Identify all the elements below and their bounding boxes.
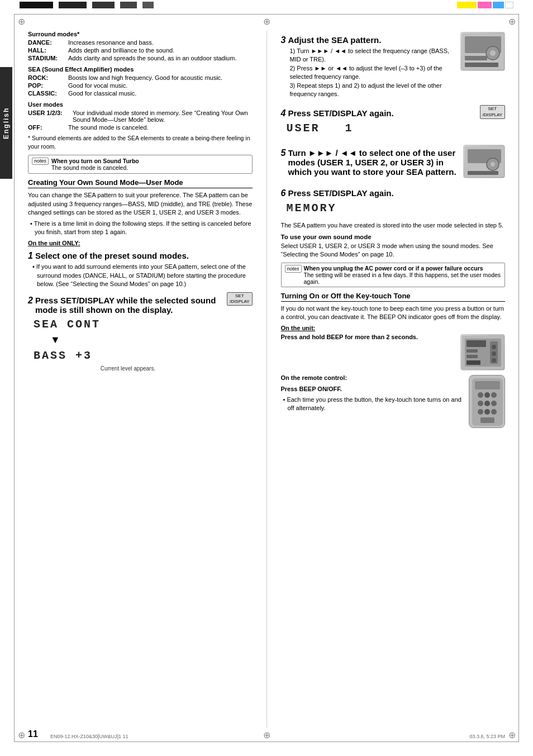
step6-number: 6 bbox=[281, 188, 286, 198]
step4-content: 4 Press SET/DISPLAY again. USER 1 bbox=[281, 104, 475, 138]
pop-label: POP: bbox=[28, 82, 68, 89]
set-display-button-4: SET/DISPLAY bbox=[480, 105, 505, 119]
stadium-row: STADIUM: Adds clarity and spreads the so… bbox=[28, 55, 253, 61]
off-row: OFF: The sound mode is canceled. bbox=[28, 124, 253, 131]
step3-heading: 3 Adjust the SEA pattern. bbox=[281, 35, 456, 45]
step4-heading: 4 Press SET/DISPLAY again. bbox=[281, 108, 475, 118]
svg-rect-5 bbox=[465, 63, 498, 67]
press-beep-heading: Press BEEP ON/OFF. bbox=[281, 385, 465, 393]
svg-rect-23 bbox=[475, 381, 500, 389]
pop-row: POP: Good for vocal music. bbox=[28, 82, 253, 89]
classic-label: CLASSIC: bbox=[28, 90, 68, 97]
classic-row: CLASSIC: Good for classical music. bbox=[28, 90, 253, 97]
footer-right: 03.3.6, 5:23 PM bbox=[469, 734, 505, 739]
on-remote-heading: On the remote control: bbox=[281, 374, 465, 382]
set-display-button: SET/DISPLAY bbox=[227, 292, 252, 306]
intro-text: You can change the SEA pattern to suit y… bbox=[28, 191, 253, 217]
lcd-display-4: MEMORY bbox=[287, 202, 506, 215]
surround-modes-heading: Surround modes* bbox=[28, 31, 253, 37]
step2-number: 2 bbox=[28, 296, 33, 306]
svg-point-28 bbox=[484, 401, 490, 406]
svg-point-29 bbox=[491, 401, 497, 406]
step3-title: Adjust the SEA pattern. bbox=[288, 35, 381, 45]
right-column: 3 Adjust the SEA pattern. 1) Turn ►►► / … bbox=[281, 31, 506, 728]
user123-row: USER 1/2/3: Your individual mode stored … bbox=[28, 110, 253, 123]
step5-number: 5 bbox=[281, 148, 286, 158]
svg-point-20 bbox=[492, 358, 496, 363]
crosshair-top-center: ⊕ bbox=[261, 16, 272, 27]
step3-sub2: 2) Press ►► or ◄◄ to adjust the level (–… bbox=[290, 64, 456, 82]
press-hold-row: Press and hold BEEP for more than 2 seco… bbox=[281, 333, 506, 370]
step6-heading: 6 Press SET/DISPLAY again. bbox=[281, 188, 506, 198]
step6-title: Press SET/DISPLAY again. bbox=[288, 188, 393, 198]
press-hold-content: Press and hold BEEP for more than 2 seco… bbox=[281, 333, 456, 344]
on-unit-heading: On the unit ONLY: bbox=[28, 240, 253, 246]
step2-title: Press SET/DISPLAY while the selected sou… bbox=[35, 296, 222, 315]
hall-row: HALL: Adds depth and brilliance to the s… bbox=[28, 47, 253, 54]
svg-rect-13 bbox=[467, 340, 486, 347]
note-title: When you turn on Sound Turbo bbox=[51, 158, 139, 164]
footer-left: EN09-12.HX-Z10&30[UW&UJ]1 11 bbox=[50, 734, 129, 739]
lcd-label: Current level appears. bbox=[34, 365, 222, 372]
step4-row: 4 Press SET/DISPLAY again. USER 1 SET/DI… bbox=[281, 104, 506, 138]
stadium-def: Adds clarity and spreads the sound, as i… bbox=[68, 55, 253, 61]
page-number: 11 bbox=[28, 729, 38, 739]
note-body: The sound mode is canceled. bbox=[51, 164, 128, 171]
step5-device-img bbox=[463, 145, 505, 178]
step4-title: Press SET/DISPLAY again. bbox=[288, 108, 393, 118]
svg-point-26 bbox=[491, 392, 497, 398]
top-color-bar bbox=[0, 0, 533, 10]
remote-device-img bbox=[469, 375, 505, 428]
svg-rect-15 bbox=[467, 355, 478, 358]
remote-control-content: On the remote control: Press BEEP ON/OFF… bbox=[281, 374, 465, 415]
lcd-display-1-wrapper: SEA CONT ▼ BASS +3 Current level appears… bbox=[34, 318, 222, 372]
step2-row: 2 Press SET/DISPLAY while the selected s… bbox=[28, 291, 253, 374]
hall-label: HALL: bbox=[28, 47, 68, 54]
user123-label: USER 1/2/3: bbox=[28, 110, 73, 123]
language-tab: English bbox=[0, 67, 12, 179]
svg-rect-16 bbox=[467, 360, 480, 365]
device-image-5 bbox=[463, 145, 505, 178]
step4-set-display-btn: SET/DISPLAY bbox=[480, 105, 505, 119]
lcd-display-3: USER 1 bbox=[287, 122, 475, 135]
column-divider bbox=[266, 31, 267, 728]
step1-bullet: • If you want to add surround elements i… bbox=[28, 263, 253, 288]
pop-def: Good for vocal music. bbox=[68, 82, 253, 89]
step5-title: Turn ►►► / ◄◄ to select one of the user … bbox=[288, 148, 459, 177]
dance-def: Increases resonance and bass. bbox=[68, 39, 253, 46]
step2-content: 2 Press SET/DISPLAY while the selected s… bbox=[28, 291, 222, 374]
hall-def: Adds depth and brilliance to the sound. bbox=[68, 47, 253, 54]
lcd-display-3-wrapper: USER 1 bbox=[287, 122, 475, 135]
rock-label: ROCK: bbox=[28, 74, 68, 81]
footnote: * Surround elements are added to the SEA… bbox=[28, 134, 253, 150]
svg-rect-33 bbox=[480, 417, 494, 423]
stored-text: The SEA pattern you have created is stor… bbox=[281, 221, 506, 230]
crosshair-bl: ⊕ bbox=[16, 729, 27, 740]
step3-substeps: 1) Turn ►►► / ◄◄ to select the frequency… bbox=[281, 47, 456, 98]
step1-heading: 1 Select one of the preset sound modes. bbox=[28, 251, 253, 261]
svg-rect-14 bbox=[467, 349, 478, 353]
to-use-text: Select USER 1, USER 2, or USER 3 mode wh… bbox=[281, 242, 506, 259]
step5-heading: 5 Turn ►►► / ◄◄ to select one of the use… bbox=[281, 148, 459, 177]
step4-number: 4 bbox=[281, 108, 286, 118]
step6-content: 6 Press SET/DISPLAY again. MEMORY bbox=[281, 184, 506, 218]
note-box-sound-turbo: notes When you turn on Sound Turbo The s… bbox=[28, 155, 253, 174]
remote-control-row: On the remote control: Press BEEP ON/OFF… bbox=[281, 374, 506, 428]
classic-def: Good for classical music. bbox=[68, 90, 253, 97]
svg-point-27 bbox=[478, 401, 483, 406]
left-column: Surround modes* DANCE: Increases resonan… bbox=[28, 31, 253, 728]
step2-heading: 2 Press SET/DISPLAY while the selected s… bbox=[28, 296, 222, 315]
crosshair-tr: ⊕ bbox=[506, 16, 517, 27]
svg-point-24 bbox=[478, 392, 483, 398]
keytone-text: If you do not want the key-touch tone to… bbox=[281, 305, 506, 322]
step2-set-display-btn: SET/DISPLAY bbox=[227, 292, 252, 306]
bullet1: • There is a time limit in doing the fol… bbox=[28, 220, 253, 237]
on-unit2-heading: On the unit: bbox=[281, 325, 506, 331]
crosshair-bottom-center: ⊕ bbox=[261, 729, 272, 740]
creating-section-title: Creating Your Own Sound Mode—User Mode bbox=[28, 178, 253, 188]
to-use-heading: To use your own sound mode bbox=[281, 234, 506, 240]
svg-point-18 bbox=[492, 345, 496, 349]
svg-point-25 bbox=[484, 392, 490, 398]
step5-row: 5 Turn ►►► / ◄◄ to select one of the use… bbox=[281, 144, 506, 178]
rock-def: Boosts low and high frequency. Good for … bbox=[68, 74, 253, 81]
